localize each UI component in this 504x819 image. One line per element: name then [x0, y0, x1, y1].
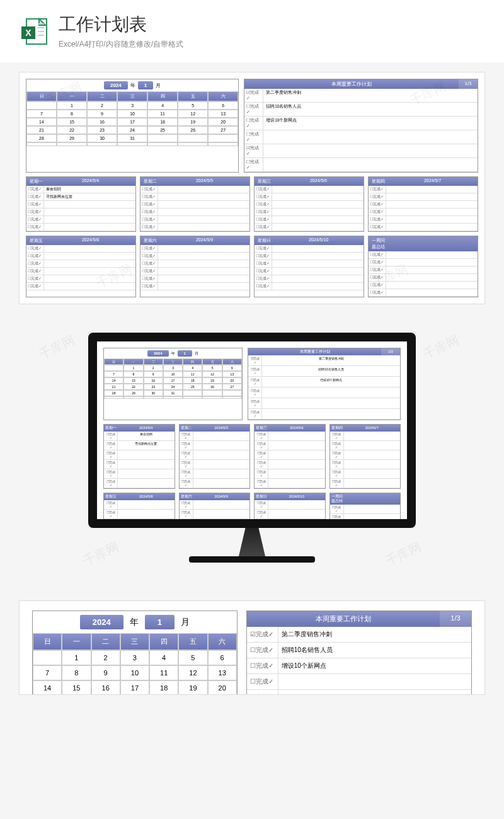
day-task-text[interactable] [386, 193, 478, 200]
done-checkbox[interactable]: ☐完成✓ [248, 366, 262, 376]
day-task-text[interactable] [193, 441, 250, 450]
day-task-text[interactable] [268, 479, 325, 488]
done-checkbox[interactable]: ☐完成✓ [26, 193, 44, 200]
day-task-text[interactable]: 寻找新网点位置 [118, 441, 175, 450]
task-text[interactable]: 第二季度销售冲刺 [262, 355, 400, 365]
calendar-cell[interactable]: 3 [117, 101, 147, 110]
calendar-cell[interactable]: 6 [208, 101, 238, 110]
done-checkbox[interactable]: ☐完成✓ [255, 500, 268, 509]
done-checkbox[interactable]: ☐完成✓ [104, 441, 118, 450]
day-task-text[interactable] [344, 514, 401, 523]
done-checkbox[interactable]: ☐完成✓ [140, 253, 158, 260]
done-checkbox[interactable]: ☐完成✓ [255, 224, 272, 231]
done-checkbox[interactable]: ☐完成✓ [330, 469, 344, 478]
day-task-text[interactable] [44, 253, 135, 260]
done-checkbox[interactable]: ☐完成✓ [180, 432, 193, 440]
day-task-text[interactable] [272, 216, 364, 223]
day-task-text[interactable]: 寻找新网点位置 [44, 193, 135, 200]
day-task-text[interactable] [158, 283, 249, 290]
done-checkbox[interactable]: ☐完成✓ [369, 224, 386, 231]
done-checkbox[interactable]: ☐完成✓ [330, 514, 344, 523]
calendar-cell[interactable] [26, 101, 57, 110]
day-task-text[interactable] [44, 216, 135, 223]
done-checkbox[interactable]: ☑完成✓ [247, 627, 278, 642]
day-task-text[interactable] [268, 469, 325, 478]
calendar-cell[interactable]: 26 [178, 126, 208, 134]
day-task-text[interactable] [272, 268, 364, 275]
year-pill[interactable]: 2024 [104, 81, 128, 89]
calendar-cell[interactable]: 12 [202, 371, 222, 377]
calendar-cell[interactable]: 11 [183, 371, 202, 377]
done-checkbox[interactable]: ☑完成✓ [248, 355, 262, 365]
done-checkbox[interactable]: ☐完成✓ [330, 460, 344, 469]
day-task-text[interactable] [193, 519, 250, 528]
day-task-text[interactable] [386, 259, 478, 266]
done-checkbox[interactable]: ☐完成✓ [255, 479, 268, 488]
done-checkbox[interactable]: ☐完成✓ [255, 216, 272, 223]
done-checkbox[interactable]: ☐完成✓ [330, 524, 344, 528]
done-checkbox[interactable]: ☐完成✓ [330, 432, 344, 440]
done-checkbox[interactable]: ☐完成✓ [255, 519, 268, 528]
calendar-cell[interactable]: 20 [208, 680, 237, 695]
calendar-cell[interactable]: 31 [117, 134, 147, 142]
day-task-text[interactable] [272, 245, 364, 252]
done-checkbox[interactable]: ☐完成✓ [247, 674, 278, 689]
day-task-text[interactable] [386, 209, 478, 215]
done-checkbox[interactable]: ☐完成✓ [248, 377, 262, 387]
year-pill[interactable]: 2024 [80, 615, 123, 629]
calendar-cell[interactable]: 16 [87, 118, 117, 126]
calendar-cell[interactable] [144, 396, 163, 399]
done-checkbox[interactable]: ☐完成✓ [255, 469, 268, 478]
done-checkbox[interactable]: ☐完成✓ [140, 209, 158, 215]
day-task-text[interactable]: 展会招聘 [44, 186, 135, 193]
done-checkbox[interactable]: ☐完成✓ [255, 441, 268, 450]
task-text[interactable]: 增设10个新网点 [262, 377, 400, 387]
day-task-text[interactable] [44, 224, 135, 231]
calendar-cell[interactable]: 14 [104, 377, 123, 384]
day-task-text[interactable] [344, 479, 401, 488]
task-text[interactable] [262, 398, 400, 408]
month-pill[interactable]: 1 [138, 81, 153, 89]
task-text[interactable]: 招聘10名销售人员 [262, 366, 400, 376]
day-task-text[interactable] [44, 201, 135, 208]
done-checkbox[interactable]: ☑完成✓ [247, 690, 278, 695]
day-task-text[interactable] [268, 450, 325, 459]
day-task-text[interactable] [268, 432, 325, 440]
done-checkbox[interactable]: ☐完成✓ [255, 201, 272, 208]
calendar-cell[interactable]: 24 [117, 126, 147, 134]
done-checkbox[interactable]: ☐完成✓ [369, 251, 386, 258]
done-checkbox[interactable]: ☐完成✓ [140, 201, 158, 208]
done-checkbox[interactable]: ☐完成✓ [140, 216, 158, 223]
day-task-text[interactable] [386, 224, 478, 231]
day-task-text[interactable] [386, 266, 478, 273]
done-checkbox[interactable]: ☐完成✓ [255, 186, 272, 193]
calendar-cell[interactable]: 20 [222, 377, 242, 384]
day-task-text[interactable] [268, 500, 325, 509]
calendar-cell[interactable]: 21 [104, 384, 123, 390]
day-task-text[interactable] [386, 216, 478, 223]
day-task-text[interactable] [118, 479, 175, 488]
calendar-cell[interactable]: 4 [183, 365, 202, 371]
calendar-cell[interactable]: 22 [57, 126, 87, 134]
done-checkbox[interactable]: ☐完成✓ [369, 186, 386, 193]
calendar-cell[interactable]: 14 [33, 680, 62, 695]
done-checkbox[interactable]: ☑完成✓ [244, 89, 263, 102]
day-task-text[interactable] [118, 519, 175, 528]
calendar-cell[interactable]: 18 [149, 680, 178, 695]
task-text[interactable]: 增设10个新网点 [278, 658, 471, 673]
day-task-text[interactable] [44, 245, 135, 252]
calendar-cell[interactable] [183, 390, 202, 396]
calendar-cell[interactable] [123, 396, 143, 399]
done-checkbox[interactable]: ☐完成✓ [248, 387, 262, 398]
day-task-text[interactable] [344, 469, 401, 478]
calendar-cell[interactable]: 30 [87, 134, 117, 142]
day-task-text[interactable] [44, 275, 135, 282]
done-checkbox[interactable]: ☐完成✓ [255, 253, 272, 260]
done-checkbox[interactable]: ☐完成✓ [140, 224, 158, 231]
calendar-cell[interactable]: 3 [120, 650, 149, 665]
day-task-text[interactable] [118, 500, 175, 509]
day-task-text[interactable] [158, 275, 249, 282]
day-task-text[interactable] [272, 193, 364, 200]
calendar-cell[interactable] [202, 396, 222, 399]
day-task-text[interactable] [44, 260, 135, 267]
